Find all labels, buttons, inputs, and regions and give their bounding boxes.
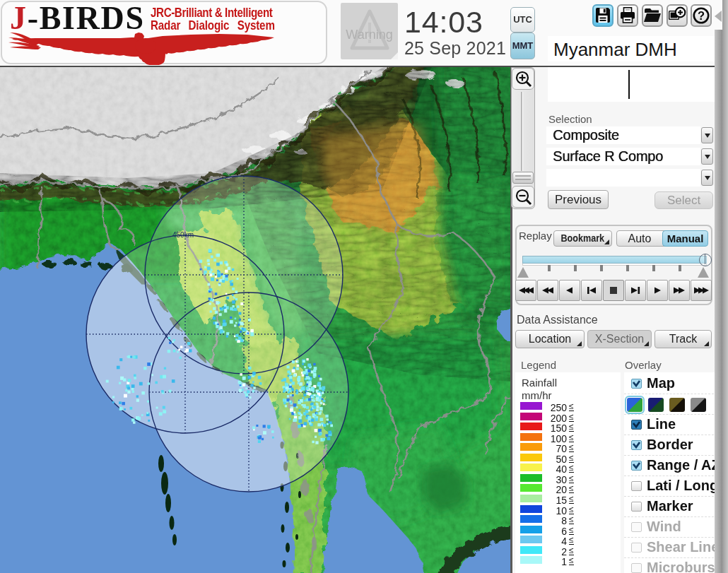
svg-text:450km: 450km bbox=[172, 231, 194, 239]
svg-text:?: ? bbox=[698, 9, 705, 22]
